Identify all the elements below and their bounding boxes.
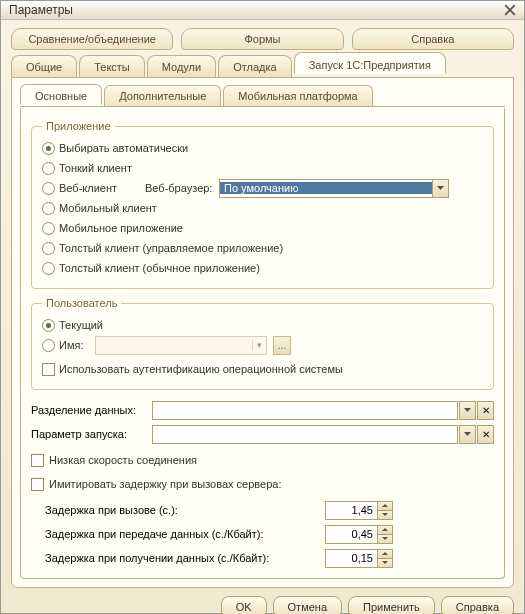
- tab-modules[interactable]: Модули: [147, 55, 216, 77]
- footer: OK Отмена Применить Справка: [1, 596, 524, 614]
- launch-input[interactable]: [152, 425, 458, 444]
- radio-thin[interactable]: [42, 162, 55, 175]
- tabs-top: Сравнение/объединение Формы Справка: [11, 28, 514, 50]
- split-dropdown[interactable]: [459, 401, 476, 420]
- tab-launch[interactable]: Запуск 1С:Предприятия: [294, 52, 446, 74]
- name-input[interactable]: ▾: [95, 336, 267, 355]
- apply-button[interactable]: Применить: [348, 596, 435, 614]
- tab-mobile[interactable]: Мобильная платформа: [223, 85, 372, 106]
- help-button[interactable]: Справка: [441, 596, 514, 614]
- delay-send-spinner[interactable]: [325, 525, 395, 544]
- radio-thick-managed[interactable]: [42, 242, 55, 255]
- chevron-down-icon[interactable]: [432, 180, 448, 197]
- content: Сравнение/объединение Формы Справка Общи…: [1, 20, 524, 596]
- tab-help[interactable]: Справка: [352, 28, 514, 50]
- tab-basic[interactable]: Основные: [20, 84, 102, 105]
- close-icon[interactable]: [500, 1, 520, 19]
- delay-group: Задержка при вызове (с.): Задержка при п…: [45, 498, 494, 570]
- delay-recv-spinner[interactable]: [325, 549, 395, 568]
- radio-mobile-app[interactable]: [42, 222, 55, 235]
- split-input[interactable]: [152, 401, 458, 420]
- checkbox-os-auth[interactable]: [42, 363, 55, 376]
- tab-additional[interactable]: Дополнительные: [104, 85, 221, 106]
- ok-button[interactable]: OK: [221, 596, 267, 614]
- window-title: Параметры: [9, 3, 500, 17]
- split-clear[interactable]: ✕: [477, 401, 494, 420]
- delay-call-spinner[interactable]: [325, 501, 395, 520]
- spin-up-icon[interactable]: [378, 501, 393, 510]
- radio-mobile-client[interactable]: [42, 202, 55, 215]
- launch-label: Параметр запуска:: [31, 428, 146, 440]
- web-browser-combo[interactable]: По умолчанию: [219, 179, 449, 198]
- radio-auto[interactable]: [42, 142, 55, 155]
- radio-current-user[interactable]: [42, 319, 55, 332]
- radio-name[interactable]: [42, 339, 55, 352]
- mid-panel: Основные Дополнительные Мобильная платфо…: [11, 77, 514, 588]
- settings-window: Параметры Сравнение/объединение Формы Сп…: [0, 0, 525, 614]
- tabs-mid: Общие Тексты Модули Отладка Запуск 1С:Пр…: [11, 52, 514, 77]
- spin-down-icon[interactable]: [378, 534, 393, 544]
- spin-up-icon[interactable]: [378, 525, 393, 534]
- tab-debug[interactable]: Отладка: [218, 55, 291, 77]
- split-label: Разделение данных:: [31, 404, 146, 416]
- name-browse-button[interactable]: ...: [273, 336, 291, 355]
- radio-web[interactable]: [42, 182, 55, 195]
- cancel-button[interactable]: Отмена: [273, 596, 342, 614]
- user-group: Пользователь Текущий Имя: ▾ ... Использо…: [31, 297, 494, 390]
- spin-down-icon[interactable]: [378, 558, 393, 568]
- launch-dropdown[interactable]: [459, 425, 476, 444]
- spin-down-icon[interactable]: [378, 510, 393, 520]
- tab-texts[interactable]: Тексты: [79, 55, 145, 77]
- tabs-sub: Основные Дополнительные Мобильная платфо…: [20, 83, 505, 107]
- sub-panel: Приложение Выбирать автоматически Тонкий…: [20, 108, 505, 579]
- app-legend: Приложение: [42, 120, 115, 132]
- user-legend: Пользователь: [42, 297, 121, 309]
- app-group: Приложение Выбирать автоматически Тонкий…: [31, 120, 494, 289]
- tab-general[interactable]: Общие: [11, 55, 77, 77]
- launch-clear[interactable]: ✕: [477, 425, 494, 444]
- checkbox-imitate-delay[interactable]: [31, 478, 44, 491]
- spin-up-icon[interactable]: [378, 549, 393, 558]
- tab-compare[interactable]: Сравнение/объединение: [11, 28, 173, 50]
- titlebar: Параметры: [1, 1, 524, 20]
- tab-forms[interactable]: Формы: [181, 28, 343, 50]
- checkbox-low-speed[interactable]: [31, 454, 44, 467]
- radio-thick-ordinary[interactable]: [42, 262, 55, 275]
